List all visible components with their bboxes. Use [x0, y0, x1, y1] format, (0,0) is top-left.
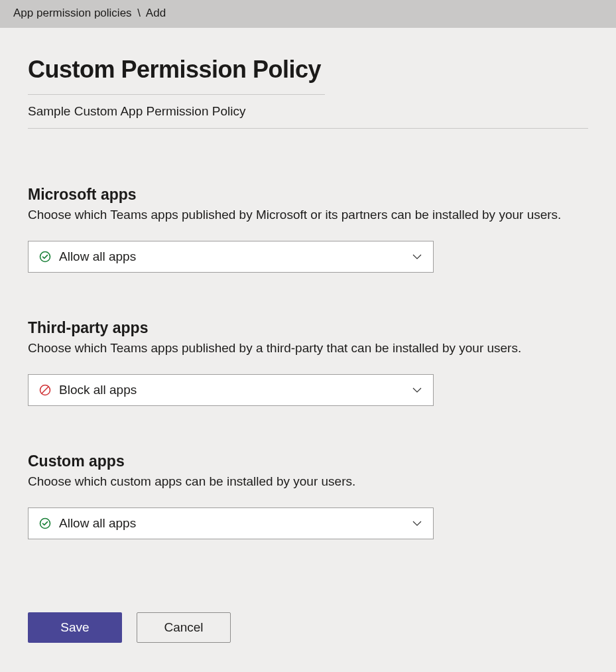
microsoft-apps-dropdown[interactable]: Allow all apps — [28, 241, 434, 273]
checkmark-circle-icon — [39, 251, 51, 263]
svg-point-3 — [40, 519, 50, 529]
section-description: Choose which Teams apps published by a t… — [28, 341, 588, 356]
name-divider — [28, 128, 588, 129]
section-third-party-apps: Third-party apps Choose which Teams apps… — [28, 319, 588, 406]
section-title: Microsoft apps — [28, 186, 588, 204]
breadcrumb-parent-link[interactable]: App permission policies — [13, 7, 132, 19]
section-description: Choose which custom apps can be installe… — [28, 474, 588, 489]
chevron-down-icon — [412, 518, 422, 529]
section-microsoft-apps: Microsoft apps Choose which Teams apps p… — [28, 186, 588, 273]
svg-point-0 — [40, 252, 50, 262]
breadcrumb: App permission policies \ Add — [0, 0, 616, 28]
checkmark-circle-icon — [39, 517, 51, 529]
third-party-apps-dropdown[interactable]: Block all apps — [28, 374, 434, 406]
button-row: Save Cancel — [28, 612, 588, 643]
chevron-down-icon — [412, 251, 422, 262]
dropdown-selected-label: Allow all apps — [59, 516, 412, 531]
block-circle-icon — [39, 384, 51, 396]
policy-name-field[interactable]: Sample Custom App Permission Policy — [28, 104, 588, 119]
breadcrumb-separator: \ — [137, 7, 141, 19]
section-custom-apps: Custom apps Choose which custom apps can… — [28, 452, 588, 539]
chevron-down-icon — [412, 385, 422, 395]
section-title: Third-party apps — [28, 319, 588, 337]
page-title: Custom Permission Policy — [28, 56, 588, 84]
dropdown-selected-label: Block all apps — [59, 383, 412, 397]
section-title: Custom apps — [28, 452, 588, 470]
dropdown-selected-label: Allow all apps — [59, 249, 412, 264]
svg-line-2 — [42, 387, 48, 393]
custom-apps-dropdown[interactable]: Allow all apps — [28, 507, 434, 539]
section-description: Choose which Teams apps published by Mic… — [28, 208, 588, 222]
cancel-button[interactable]: Cancel — [137, 612, 231, 643]
title-divider — [28, 94, 325, 95]
breadcrumb-current: Add — [146, 7, 166, 19]
save-button[interactable]: Save — [28, 612, 122, 643]
